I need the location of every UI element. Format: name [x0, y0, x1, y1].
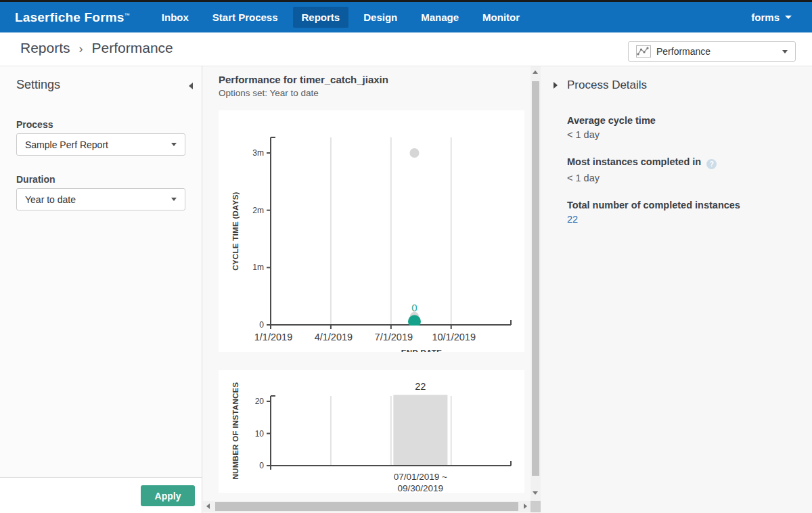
performance-chart-icon	[636, 45, 651, 58]
x-tick-label: 4/1/2019	[315, 332, 353, 342]
user-menu[interactable]: forms	[751, 12, 792, 23]
point-value-label: 0	[411, 302, 417, 313]
y-tick-label: 10	[255, 429, 265, 439]
settings-sidebar: Settings ProcessSample Perf ReportDurati…	[0, 66, 202, 513]
bar-rect[interactable]	[393, 395, 447, 466]
y-axis-title: CYCLE TIME (DAYS)	[231, 192, 240, 271]
y-tick-label: 1m	[252, 263, 264, 272]
nav-item-monitor[interactable]: Monitor	[474, 7, 528, 28]
y-tick-label: 3m	[252, 148, 264, 158]
bar-x-label: 09/30/2019	[398, 483, 444, 493]
help-icon[interactable]: ?	[706, 159, 717, 169]
page-header: Reports › Performance Performance	[0, 32, 812, 66]
process-details-header: Process Details	[554, 79, 647, 92]
chevron-down-icon	[171, 198, 177, 201]
bar-value-label: 22	[415, 381, 426, 392]
detail-value: < 1 day	[567, 173, 797, 183]
nav-item-reports[interactable]: Reports	[293, 7, 349, 28]
process-details-panel: Process Details Average cycle time< 1 da…	[541, 66, 812, 513]
vertical-scrollbar[interactable]	[531, 66, 541, 501]
detail-item-average-cycle-time: Average cycle time< 1 day	[567, 115, 797, 140]
user-menu-label: forms	[751, 12, 780, 23]
detail-value: < 1 day	[567, 129, 797, 140]
report-type-dropdown[interactable]: Performance	[628, 41, 796, 62]
y-tick-label: 0	[259, 461, 264, 470]
scroll-up-icon[interactable]	[533, 70, 538, 74]
chevron-down-icon	[782, 50, 788, 53]
process-select[interactable]: Sample Perf Report	[16, 133, 185, 156]
apply-button[interactable]: Apply	[141, 485, 195, 506]
report-charts-panel: Performance for timer_catch_jiaxin Optio…	[203, 66, 531, 513]
content-area: Settings ProcessSample Perf ReportDurati…	[0, 66, 812, 513]
duration-select-value: Year to date	[25, 194, 76, 205]
x-tick-label: 7/1/2019	[375, 332, 413, 342]
main-navbar: Laserfiche Forms™ InboxStart ProcessRepo…	[0, 2, 812, 32]
detail-value-link[interactable]: 22	[567, 214, 797, 225]
scatter-svg: 01m2m3m1/1/20194/1/20197/1/201910/1/2019…	[219, 110, 524, 352]
nav-item-design[interactable]: Design	[355, 7, 406, 28]
expand-details-icon[interactable]	[554, 82, 558, 89]
nav-item-inbox[interactable]: Inbox	[153, 7, 198, 28]
bar-svg: 2207/01/2019 ~09/30/201901020NUMBER OF I…	[219, 370, 524, 493]
nav-item-manage[interactable]: Manage	[412, 7, 468, 28]
duration-label: Duration	[16, 174, 55, 185]
scatter-point[interactable]	[409, 148, 419, 158]
duration-select[interactable]: Year to date	[16, 188, 185, 210]
collapse-sidebar-icon[interactable]	[189, 83, 193, 89]
process-label: Process	[16, 119, 53, 130]
scatter-point[interactable]	[408, 315, 421, 328]
detail-label: Average cycle time	[567, 115, 797, 126]
horizontal-scrollbar[interactable]	[203, 501, 531, 512]
breadcrumb-performance: Performance	[92, 40, 173, 56]
trademark-mark: ™	[125, 12, 130, 18]
nav-items: InboxStart ProcessReportsDesignManageMon…	[153, 7, 528, 28]
y-tick-label: 0	[259, 320, 264, 330]
chevron-down-icon	[785, 16, 792, 19]
sidebar-footer: Apply	[0, 477, 202, 513]
y-tick-label: 2m	[252, 206, 264, 215]
cycle-time-scatter-chart: 01m2m3m1/1/20194/1/20197/1/201910/1/2019…	[219, 110, 524, 352]
x-axis-title: END DATE	[401, 349, 442, 352]
nav-item-start-process[interactable]: Start Process	[204, 7, 287, 28]
x-tick-label: 1/1/2019	[254, 332, 292, 342]
bar-x-label: 07/01/2019 ~	[394, 472, 447, 482]
breadcrumb-separator-icon: ›	[79, 41, 83, 56]
scroll-right-icon[interactable]	[524, 504, 527, 509]
scroll-left-icon[interactable]	[206, 504, 210, 509]
chart-subtitle: Options set: Year to date	[219, 88, 319, 98]
horizontal-scrollbar-thumb[interactable]	[215, 502, 518, 511]
details-items: Average cycle time< 1 dayMost instances …	[567, 115, 797, 241]
detail-label: Most instances completed in?	[567, 156, 797, 169]
scatter-points	[408, 148, 421, 328]
x-tick-label: 10/1/2019	[432, 332, 476, 342]
detail-item-most-instances-completed-in: Most instances completed in?< 1 day	[567, 156, 797, 183]
breadcrumb: Reports › Performance	[20, 40, 173, 56]
vertical-scrollbar-thumb[interactable]	[532, 81, 539, 476]
process-select-value: Sample Perf Report	[25, 139, 108, 150]
breadcrumb-reports[interactable]: Reports	[20, 40, 70, 56]
y-axis-title: NUMBER OF INSTANCES	[231, 382, 240, 479]
settings-title: Settings	[16, 78, 60, 92]
chart-title: Performance for timer_catch_jiaxin	[219, 74, 388, 85]
scrollbar-corner	[531, 501, 541, 512]
scroll-down-icon[interactable]	[533, 491, 538, 495]
report-type-value: Performance	[656, 46, 710, 57]
app-logo[interactable]: Laserfiche Forms™	[15, 10, 130, 25]
detail-item-total-number-of-completed-instances: Total number of completed instances22	[567, 200, 797, 225]
instances-bar-chart: 2207/01/2019 ~09/30/201901020NUMBER OF I…	[219, 370, 524, 493]
process-details-title: Process Details	[567, 79, 647, 92]
detail-label: Total number of completed instances	[567, 200, 797, 210]
y-tick-label: 20	[255, 397, 265, 406]
chevron-down-icon	[171, 143, 177, 146]
